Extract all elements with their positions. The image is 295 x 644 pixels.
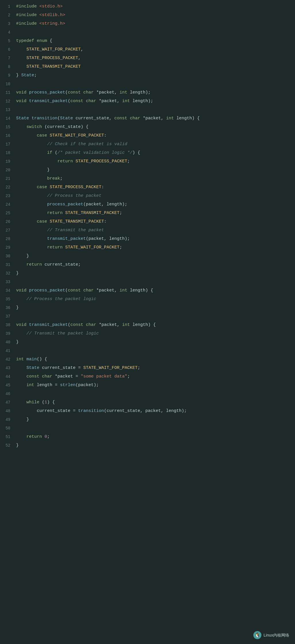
line-number: 8 bbox=[2, 63, 10, 71]
line-number: 30 bbox=[2, 252, 10, 260]
code-line: return STATE_PROCESS_PACKET; bbox=[16, 157, 295, 166]
line-number: 3 bbox=[2, 20, 10, 28]
code-line: void process_packet(const char *packet, … bbox=[16, 286, 295, 295]
code-line: } bbox=[16, 252, 295, 260]
code-line: // Transmit the packet bbox=[16, 226, 295, 235]
line-number: 33 bbox=[2, 278, 10, 286]
line-number: 9 bbox=[2, 71, 10, 80]
code-line: while (1) { bbox=[16, 398, 295, 407]
code-line: int length = strlen(packet); bbox=[16, 381, 295, 390]
line-number: 21 bbox=[2, 174, 10, 183]
line-number: 27 bbox=[2, 226, 10, 235]
code-line: } bbox=[16, 338, 295, 347]
code-line: case STATE_WAIT_FOR_PACKET: bbox=[16, 131, 295, 140]
line-number: 17 bbox=[2, 140, 10, 149]
line-number: 48 bbox=[2, 407, 10, 415]
line-number: 45 bbox=[2, 381, 10, 390]
line-number: 12 bbox=[2, 97, 10, 106]
code-line: return current_state; bbox=[16, 260, 295, 269]
line-number: 2 bbox=[2, 11, 10, 20]
line-number: 42 bbox=[2, 355, 10, 364]
line-number: 40 bbox=[2, 338, 10, 347]
code-line: STATE_PROCESS_PACKET, bbox=[16, 54, 295, 63]
code-line: State transition(State current_state, co… bbox=[16, 114, 295, 123]
code-line: } bbox=[16, 269, 295, 278]
code-line: const char *packet = "some packet data"; bbox=[16, 372, 295, 381]
code-line: return 0; bbox=[16, 433, 295, 441]
line-number: 37 bbox=[2, 312, 10, 321]
line-number: 38 bbox=[2, 321, 10, 329]
line-number: 14 bbox=[2, 114, 10, 123]
code-line bbox=[16, 390, 295, 398]
code-line: void transmit_packet(const char *packet,… bbox=[16, 97, 295, 106]
code-line: return STATE_TRANSMIT_PACKET; bbox=[16, 209, 295, 217]
code-line: break; bbox=[16, 174, 295, 183]
code-line: case STATE_TRANSMIT_PACKET: bbox=[16, 217, 295, 226]
code-line bbox=[16, 28, 295, 37]
line-number: 52 bbox=[2, 441, 10, 450]
line-number: 16 bbox=[2, 131, 10, 140]
line-number: 28 bbox=[2, 235, 10, 243]
code-line: switch (current_state) { bbox=[16, 123, 295, 131]
code-line: if (/* packet validation logic */) { bbox=[16, 149, 295, 157]
line-number: 29 bbox=[2, 243, 10, 252]
code-line: STATE_TRANSMIT_PACKET bbox=[16, 63, 295, 71]
code-line: // Check if the packet is valid bbox=[16, 140, 295, 149]
line-number: 36 bbox=[2, 303, 10, 312]
line-number: 10 bbox=[2, 80, 10, 88]
line-number: 20 bbox=[2, 166, 10, 174]
line-number: 44 bbox=[2, 372, 10, 381]
code-line: } bbox=[16, 441, 295, 450]
code-line: STATE_WAIT_FOR_PACKET, bbox=[16, 45, 295, 54]
line-number: 46 bbox=[2, 390, 10, 398]
line-number: 6 bbox=[2, 45, 10, 54]
line-number: 18 bbox=[2, 149, 10, 157]
watermark-icon: 🐧 bbox=[253, 631, 261, 639]
code-line: void transmit_packet(const char *packet,… bbox=[16, 321, 295, 329]
line-number: 15 bbox=[2, 123, 10, 131]
line-number: 22 bbox=[2, 183, 10, 192]
line-number: 24 bbox=[2, 200, 10, 209]
code-line: transmit_packet(packet, length); bbox=[16, 235, 295, 243]
line-number: 7 bbox=[2, 54, 10, 63]
line-number: 11 bbox=[2, 88, 10, 97]
code-editor: 1234567891011121314151617181920212223242… bbox=[0, 0, 295, 644]
code-line bbox=[16, 347, 295, 355]
line-number: 43 bbox=[2, 364, 10, 372]
code-line: #include <stdio.h> bbox=[16, 2, 295, 11]
code-line: State current_state = STATE_WAIT_FOR_PAC… bbox=[16, 364, 295, 372]
line-number: 4 bbox=[2, 28, 10, 37]
code-line: #include <stdlib.h> bbox=[16, 11, 295, 20]
line-number: 50 bbox=[2, 424, 10, 433]
line-number: 5 bbox=[2, 37, 10, 45]
code-line bbox=[16, 278, 295, 286]
line-number: 35 bbox=[2, 295, 10, 303]
code-line bbox=[16, 80, 295, 88]
code-line: } bbox=[16, 415, 295, 424]
line-number: 34 bbox=[2, 286, 10, 295]
line-number: 32 bbox=[2, 269, 10, 278]
code-line: } bbox=[16, 166, 295, 174]
code-line: case STATE_PROCESS_PACKET: bbox=[16, 183, 295, 192]
code-line: void process_packet(const char *packet, … bbox=[16, 88, 295, 97]
code-line bbox=[16, 106, 295, 114]
code-line bbox=[16, 312, 295, 321]
line-number: 51 bbox=[2, 433, 10, 441]
line-number: 23 bbox=[2, 192, 10, 200]
line-number: 31 bbox=[2, 260, 10, 269]
line-number: 25 bbox=[2, 209, 10, 217]
code-line: int main() { bbox=[16, 355, 295, 364]
code-line: current_state = transition(current_state… bbox=[16, 407, 295, 415]
line-number: 13 bbox=[2, 106, 10, 114]
line-number: 26 bbox=[2, 217, 10, 226]
code-line: // Process the packet bbox=[16, 192, 295, 200]
line-number: 47 bbox=[2, 398, 10, 407]
watermark-text: Linux内核网络 bbox=[264, 631, 289, 639]
code-line: return STATE_WAIT_FOR_PACKET; bbox=[16, 243, 295, 252]
line-number: 49 bbox=[2, 415, 10, 424]
code-line bbox=[16, 424, 295, 433]
code-line: // Transmit the packet logic bbox=[16, 329, 295, 338]
code-line: // Process the packet logic bbox=[16, 295, 295, 303]
line-number: 39 bbox=[2, 329, 10, 338]
code-line: } State; bbox=[16, 71, 295, 80]
